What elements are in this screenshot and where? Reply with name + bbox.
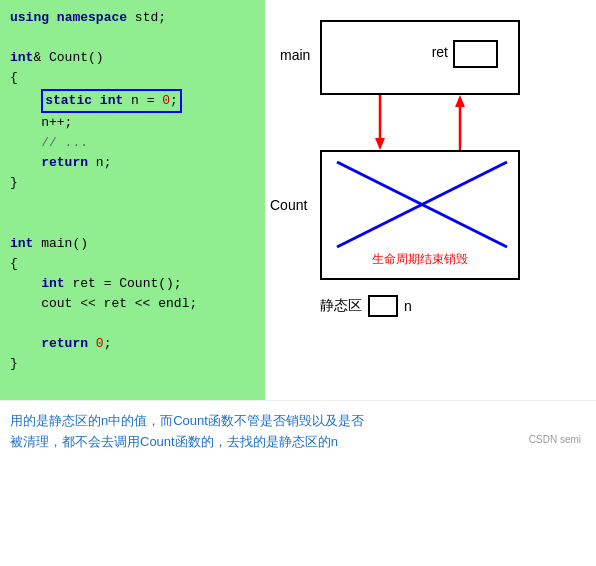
lifecycle-text: 生命周期结束销毁 [372,251,468,268]
code-line-14: cout << ret << endl; [10,294,255,314]
bottom-text-container: 用的是静态区的n中的值，而Count函数不管是否销毁以及是否 被清理，都不会去调… [0,400,596,463]
code-line-4: { [10,68,255,88]
code-line-blank2 [10,193,255,213]
diagram-panel: ret main Count [265,0,596,400]
watermark: CSDN semi [529,432,586,448]
code-line-7: // ... [10,133,255,153]
count-box: Count 生命周期结束销毁 [320,150,520,280]
code-line-9: } [10,173,255,193]
code-line-blank3 [10,213,255,233]
svg-marker-1 [375,138,385,150]
code-line-6: n++; [10,113,255,133]
code-line-12: { [10,254,255,274]
code-line-11: int main() [10,234,255,254]
code-line-8: return n; [10,153,255,173]
code-line-3: int& Count() [10,48,255,68]
main-label: main [280,47,310,63]
n-label: n [404,298,412,314]
cross-svg [327,157,517,262]
code-line-blank4 [10,314,255,334]
arrows-svg [320,95,560,150]
top-section: using namespace std; int& Count() { stat… [0,0,596,400]
main-container: using namespace std; int& Count() { stat… [0,0,596,463]
bottom-text-line2: 被清理，都不会去调用Count函数的，去找的是静态区的n CSDN semi [10,432,586,453]
count-label: Count [270,197,307,213]
ret-label: ret [432,44,448,60]
code-panel: using namespace std; int& Count() { stat… [0,0,265,400]
static-box [368,295,398,317]
code-line-1: using namespace std; [10,8,255,28]
code-line-17: } [10,354,255,374]
bottom-text-line1: 用的是静态区的n中的值，而Count函数不管是否销毁以及是否 [10,411,586,432]
ret-box [453,40,498,68]
static-zone: 静态区 n [320,295,412,317]
main-box: ret main [320,20,520,95]
code-line-5: static int n = 0; [10,89,255,113]
static-label: 静态区 [320,297,362,315]
code-line-16: return 0; [10,334,255,354]
code-line-13: int ret = Count(); [10,274,255,294]
svg-marker-3 [455,95,465,107]
bottom-text-line2-text: 被清理，都不会去调用Count函数的，去找的是静态区的n [10,434,338,449]
code-line-blank1 [10,28,255,48]
